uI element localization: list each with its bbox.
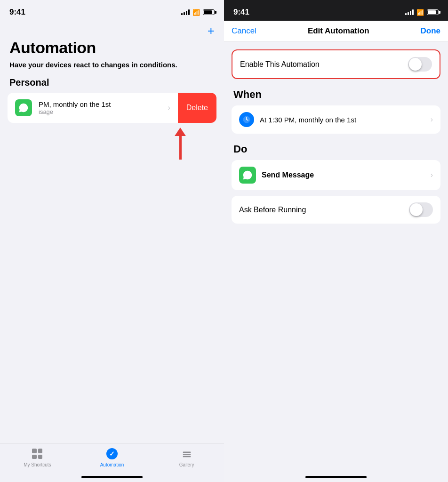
- automation-row-container: PM, monthly on the 1st isage › Delete: [8, 93, 216, 123]
- cancel-button[interactable]: Cancel: [232, 26, 256, 36]
- when-description: At 1:30 PM, monthly on the 1st: [260, 116, 425, 124]
- enable-label: Enable This Automation: [240, 60, 320, 69]
- tab-my-shortcuts[interactable]: My Shortcuts: [0, 447, 75, 467]
- arrow-shaft: [179, 136, 182, 160]
- automation-tab-icon: ✓: [105, 447, 119, 460]
- left-status-bar: 9:41 📶: [0, 0, 224, 21]
- delete-button[interactable]: Delete: [178, 93, 216, 123]
- svg-rect-0: [183, 451, 191, 453]
- left-time: 9:41: [9, 8, 25, 17]
- right-status-icons: 📶: [405, 9, 439, 16]
- grid-icon: [32, 449, 42, 459]
- nav-title: Edit Automation: [308, 26, 369, 36]
- ask-toggle-knob: [410, 203, 423, 216]
- do-chevron-icon: ›: [431, 171, 433, 179]
- tab-gallery[interactable]: Gallery: [149, 447, 224, 467]
- right-status-bar: 9:41 📶: [224, 0, 448, 21]
- add-automation-button[interactable]: +: [208, 24, 215, 37]
- tab-shortcuts-label: My Shortcuts: [24, 462, 51, 467]
- enable-toggle-row[interactable]: Enable This Automation: [232, 49, 440, 79]
- right-panel: 9:41 📶 Cancel Edit Automation Done Enabl…: [224, 0, 448, 482]
- when-chevron-icon: ›: [431, 115, 433, 124]
- do-card-title: Send Message: [262, 171, 425, 179]
- do-section-header: Do: [232, 143, 440, 155]
- when-row[interactable]: At 1:30 PM, monthly on the 1st ›: [232, 105, 440, 134]
- right-time: 9:41: [233, 8, 249, 17]
- ask-toggle[interactable]: [409, 202, 433, 217]
- tab-automation[interactable]: ✓ Automation: [75, 447, 150, 467]
- toggle-knob: [409, 58, 422, 71]
- signal-bars-icon: [181, 9, 190, 15]
- message-app-icon: [15, 99, 32, 116]
- done-button[interactable]: Done: [421, 26, 441, 36]
- nav-bar: Cancel Edit Automation Done: [224, 21, 448, 42]
- automation-info: PM, monthly on the 1st isage: [39, 100, 161, 115]
- send-message-icon: [239, 167, 256, 184]
- checkmark-circle-icon: ✓: [106, 448, 118, 459]
- arrow-annotation: [136, 123, 224, 160]
- when-section-header: When: [232, 88, 440, 101]
- right-battery-icon: [427, 9, 439, 15]
- right-wifi-icon: 📶: [416, 9, 424, 16]
- right-signal-icon: [405, 9, 414, 15]
- personal-section-label: Personal: [0, 77, 224, 93]
- do-card[interactable]: Send Message ›: [232, 160, 440, 190]
- clock-icon: [239, 112, 254, 127]
- tab-automation-label: Automation: [100, 462, 124, 467]
- tab-gallery-label: Gallery: [179, 462, 194, 467]
- home-indicator: [81, 476, 143, 478]
- wifi-icon: 📶: [192, 9, 200, 16]
- chevron-right-icon: ›: [168, 104, 170, 112]
- page-subtitle: Have your devices react to changes in co…: [0, 60, 224, 77]
- left-status-icons: 📶: [181, 9, 215, 16]
- automation-subtitle: isage: [39, 108, 161, 115]
- ask-label: Ask Before Running: [239, 206, 306, 214]
- right-content: Enable This Automation When At 1:30 PM, …: [224, 42, 448, 482]
- svg-rect-1: [183, 454, 191, 455]
- arrow-up-icon: [175, 128, 186, 136]
- shortcuts-icon: [31, 447, 44, 460]
- left-header: +: [0, 21, 224, 37]
- automation-title: PM, monthly on the 1st: [39, 100, 161, 108]
- enable-toggle[interactable]: [408, 57, 432, 72]
- automation-card[interactable]: PM, monthly on the 1st isage ›: [8, 93, 178, 123]
- svg-rect-2: [183, 456, 191, 458]
- page-title: Automation: [0, 37, 224, 60]
- home-indicator-right: [305, 476, 367, 478]
- gallery-tab-icon: [180, 447, 193, 460]
- left-panel: 9:41 📶 + Automation Have your devices re…: [0, 0, 224, 482]
- battery-icon: [203, 9, 215, 15]
- ask-before-running-row[interactable]: Ask Before Running: [232, 196, 440, 224]
